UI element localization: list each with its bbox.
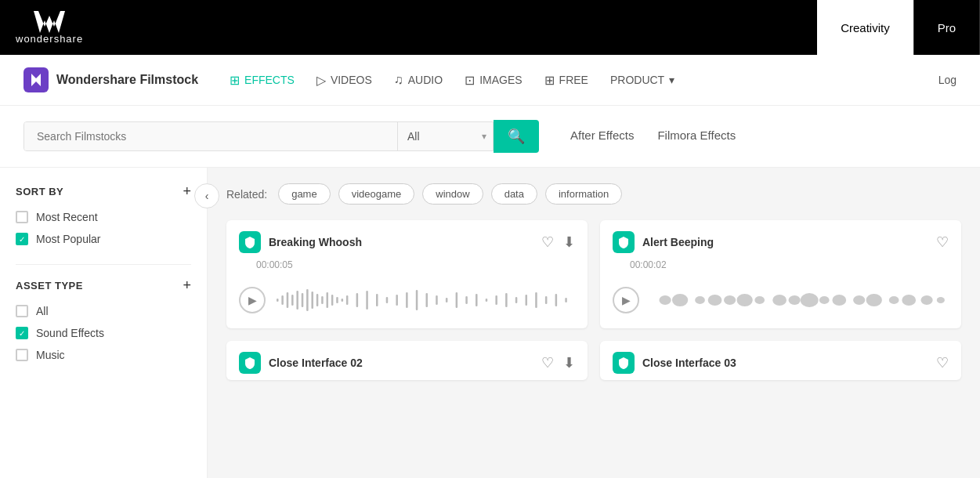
svg-point-56 — [937, 297, 945, 303]
most-popular-label: Most Popular — [36, 233, 100, 245]
svg-rect-17 — [356, 293, 359, 307]
svg-point-47 — [789, 295, 801, 305]
nav-audio-label: AUDIO — [408, 74, 443, 86]
login-button[interactable]: Log — [938, 74, 956, 86]
card-4-shield-icon — [613, 352, 635, 374]
free-icon: ⊞ — [544, 73, 555, 88]
nav-images[interactable]: ⊡ IMAGES — [465, 73, 522, 88]
card-3-title: Close Interface 02 — [269, 357, 363, 369]
card-alert-beeping: Alert Beeping ♡ 00:00:02 ▶ — [600, 220, 961, 328]
nav-videos[interactable]: ▷ VIDEOS — [316, 73, 372, 88]
card-2-waveform: ▶ — [600, 277, 961, 328]
sound-effects-checkbox[interactable] — [16, 327, 28, 339]
asset-music[interactable]: Music — [16, 349, 191, 361]
svg-point-44 — [736, 294, 752, 306]
wondershare-logo-icon — [34, 11, 65, 33]
product-chevron-icon: ▾ — [669, 74, 674, 86]
svg-point-41 — [695, 296, 705, 304]
card-3-title-area: Close Interface 02 — [239, 352, 363, 374]
card-2-play-button[interactable]: ▶ — [613, 287, 639, 313]
svg-rect-23 — [416, 290, 418, 310]
svg-rect-4 — [287, 292, 289, 308]
search-button[interactable]: 🔍 — [494, 120, 539, 153]
card-4-like-button[interactable]: ♡ — [936, 354, 949, 371]
svg-rect-21 — [396, 295, 398, 306]
svg-rect-10 — [316, 294, 319, 306]
card-breaking-whoosh: Breaking Whoosh ♡ ⬇ 00:00:05 ▶ — [226, 220, 588, 328]
tag-window[interactable]: window — [422, 183, 483, 205]
tag-game[interactable]: game — [278, 183, 331, 205]
svg-rect-7 — [302, 293, 304, 307]
card-1-title: Breaking Whoosh — [269, 236, 362, 248]
nav-effects[interactable]: ⊞ EFFECTS — [230, 73, 295, 88]
asset-sound-effects[interactable]: Sound Effects — [16, 327, 191, 339]
svg-point-51 — [853, 295, 865, 305]
svg-rect-26 — [446, 298, 448, 302]
sidebar-collapse-button[interactable]: ‹ — [194, 183, 219, 208]
nav-images-label: IMAGES — [479, 74, 522, 86]
svg-rect-19 — [376, 294, 378, 306]
asset-type-section: ASSET TYPE + All Sound Effects Music — [16, 277, 191, 361]
card-3-like-button[interactable]: ♡ — [541, 354, 554, 371]
card-1-download-button[interactable]: ⬇ — [563, 234, 575, 251]
svg-rect-5 — [291, 295, 294, 306]
search-category-select[interactable]: All Sound Effects Music Videos Images — [398, 122, 494, 150]
most-recent-checkbox[interactable] — [16, 211, 28, 223]
tab-after-effects[interactable]: After Effects — [570, 129, 634, 145]
tag-information[interactable]: information — [545, 183, 622, 205]
svg-point-39 — [659, 295, 671, 305]
card-2-like-button[interactable]: ♡ — [936, 234, 949, 251]
logo-area: wondershare — [16, 11, 83, 45]
svg-point-43 — [724, 295, 736, 305]
download-icon: ⬇ — [563, 234, 575, 251]
card-1-actions: ♡ ⬇ — [541, 234, 575, 251]
svg-rect-32 — [505, 293, 508, 307]
card-close-interface-02: Close Interface 02 ♡ ⬇ — [226, 341, 588, 380]
sort-most-popular[interactable]: Most Popular — [16, 233, 191, 245]
collapse-icon: ‹ — [205, 190, 209, 202]
search-input-wrapper: All Sound Effects Music Videos Images ▾ — [24, 121, 494, 151]
sound-effects-label: Sound Effects — [36, 327, 104, 339]
card-3-download-button[interactable]: ⬇ — [563, 354, 575, 371]
music-checkbox[interactable] — [16, 349, 28, 361]
asset-type-plus-icon[interactable]: + — [183, 277, 191, 294]
svg-rect-14 — [336, 297, 338, 303]
sort-by-header: SORT BY + — [16, 183, 191, 200]
search-input[interactable] — [24, 122, 397, 150]
tab-filmora-effects[interactable]: Filmora Effects — [657, 129, 736, 145]
svg-rect-28 — [465, 296, 468, 304]
svg-rect-12 — [327, 292, 329, 308]
card-1-time: 00:00:05 — [256, 259, 588, 277]
svg-rect-18 — [366, 291, 368, 310]
asset-type-header: ASSET TYPE + — [16, 277, 191, 294]
svg-rect-6 — [296, 291, 298, 310]
content-area: ‹ SORT BY + Most Recent Most Popular ASS… — [0, 168, 980, 478]
svg-point-49 — [819, 296, 830, 304]
card-1-title-area: Breaking Whoosh — [239, 231, 362, 253]
audio-icon: ♫ — [394, 73, 403, 87]
card-1-play-button[interactable]: ▶ — [239, 287, 266, 313]
tag-data[interactable]: data — [491, 183, 537, 205]
svg-point-42 — [708, 295, 722, 306]
top-nav-links: Creativity Pro — [817, 0, 980, 55]
all-checkbox[interactable] — [16, 305, 28, 317]
asset-all[interactable]: All — [16, 305, 191, 317]
card-1-like-button[interactable]: ♡ — [541, 234, 554, 251]
sort-by-plus-icon[interactable]: + — [183, 183, 191, 200]
nav-audio[interactable]: ♫ AUDIO — [394, 73, 443, 87]
card-3-shield-icon — [239, 352, 261, 374]
top-nav-creativity[interactable]: Creativity — [817, 0, 914, 55]
card-3-actions: ♡ ⬇ — [541, 354, 575, 371]
card-2-shield-icon — [613, 231, 635, 253]
most-popular-checkbox[interactable] — [16, 233, 28, 245]
top-nav-pro[interactable]: Pro — [914, 0, 980, 55]
svg-point-54 — [902, 295, 916, 306]
svg-rect-29 — [476, 294, 478, 306]
svg-rect-37 — [555, 294, 558, 306]
videos-icon: ▷ — [316, 73, 326, 88]
music-label: Music — [36, 349, 65, 361]
nav-product[interactable]: PRODUCT ▾ — [610, 74, 674, 86]
nav-free[interactable]: ⊞ FREE — [544, 73, 588, 88]
sort-most-recent[interactable]: Most Recent — [16, 211, 191, 223]
tag-videogame[interactable]: videogame — [338, 183, 415, 205]
